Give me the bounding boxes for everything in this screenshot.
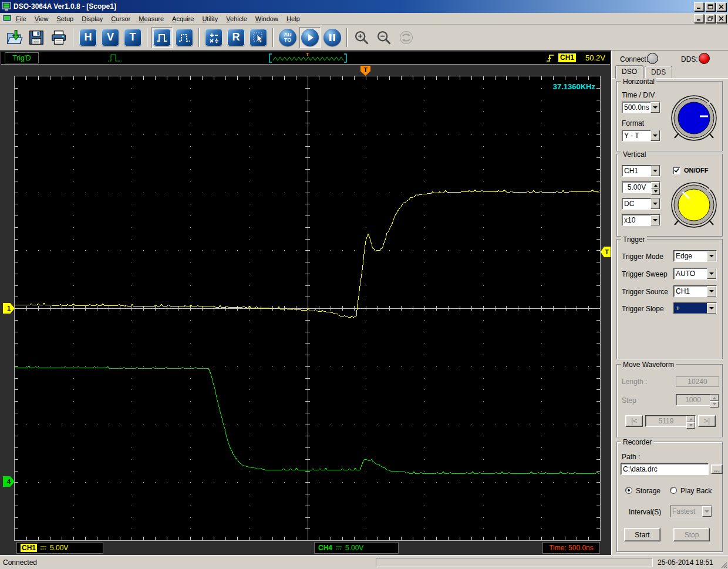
path-input[interactable] bbox=[621, 463, 709, 475]
minimize-button[interactable] bbox=[694, 2, 704, 11]
zoom-out-button[interactable] bbox=[373, 27, 395, 48]
maximize-button[interactable] bbox=[705, 2, 715, 11]
window-title: DSO-3064A Ver1.0.8 - [Scope1] bbox=[14, 2, 693, 11]
menu-cursor[interactable]: Cursor bbox=[107, 14, 134, 23]
menu-help[interactable]: Help bbox=[282, 14, 304, 23]
playback-radio[interactable] bbox=[670, 487, 677, 494]
toolbar-separator bbox=[346, 28, 348, 47]
trigger-level-value: 50.2V bbox=[579, 53, 605, 62]
auto-set-button-icon: AU TO bbox=[279, 29, 296, 46]
menu-file[interactable]: File bbox=[12, 14, 31, 23]
dropdown-arrow-icon[interactable] bbox=[651, 102, 660, 113]
ref-waveform-button[interactable]: R bbox=[225, 27, 247, 48]
playback-label: Play Back bbox=[680, 487, 712, 495]
start-button[interactable]: Start bbox=[624, 528, 660, 541]
transfer-button bbox=[396, 27, 417, 48]
tab-dds[interactable]: DDS bbox=[645, 66, 672, 78]
dropdown-arrow-icon[interactable] bbox=[651, 166, 660, 176]
menu-window[interactable]: Window bbox=[251, 14, 282, 23]
dropdown-arrow-icon[interactable] bbox=[651, 215, 660, 225]
scope-document-icon[interactable] bbox=[2, 14, 12, 23]
length-field: 10240 bbox=[676, 376, 719, 387]
channel-select[interactable]: CH1 bbox=[622, 165, 660, 177]
app-window: { "window": { "title": "DSO-3064A Ver1.0… bbox=[0, 0, 728, 569]
menu-display[interactable]: Display bbox=[77, 14, 107, 23]
pause-button[interactable] bbox=[322, 27, 343, 48]
menu-vehicle[interactable]: Vehicle bbox=[222, 14, 251, 23]
trigger-setup-button-icon: T bbox=[124, 29, 141, 46]
dropdown-arrow-icon[interactable] bbox=[707, 268, 716, 279]
trigger-sweep-select[interactable]: AUTO bbox=[673, 268, 717, 280]
dropdown-arrow-icon[interactable] bbox=[707, 286, 716, 297]
trigger-slope-select[interactable]: + bbox=[673, 302, 717, 314]
acquisition-preview[interactable]: T bbox=[267, 52, 349, 64]
time-div-select[interactable]: 500.0ns bbox=[622, 102, 660, 113]
step-down-icon[interactable] bbox=[651, 188, 660, 195]
browse-button[interactable]: ... bbox=[711, 464, 723, 474]
time-div-knob[interactable] bbox=[669, 92, 719, 145]
coupling-select[interactable]: DC bbox=[622, 198, 660, 210]
dropdown-arrow-icon bbox=[702, 506, 712, 517]
trigger-readout: CH1 50.2V bbox=[546, 52, 605, 64]
trigger-position-marker[interactable]: T bbox=[360, 66, 370, 76]
menu-view[interactable]: View bbox=[31, 14, 53, 23]
dropdown-arrow-icon[interactable] bbox=[651, 198, 660, 209]
channel-onoff-checkbox[interactable] bbox=[673, 167, 680, 174]
pulse-dashed-button[interactable] bbox=[174, 27, 195, 48]
dds-led bbox=[699, 53, 710, 64]
resize-grip[interactable] bbox=[720, 561, 727, 568]
mdi-restore-button[interactable] bbox=[705, 14, 715, 23]
trigger-group: Trigger Trigger Mode Edge Trigger Sweep … bbox=[616, 239, 723, 359]
math-button-icon bbox=[205, 29, 223, 46]
move-waveform-group-title: Move Waveform bbox=[621, 361, 676, 369]
step-up-icon[interactable] bbox=[651, 182, 660, 188]
tab-dso[interactable]: DSO bbox=[615, 65, 643, 79]
menu-measure[interactable]: Measure bbox=[134, 14, 168, 23]
probe-select[interactable]: x10 bbox=[622, 214, 660, 226]
storage-radio[interactable] bbox=[625, 487, 632, 494]
zoom-in-button[interactable] bbox=[351, 27, 372, 48]
scope-display-area: Trig'D T CH1 50.2V 37.1360KHz 1 bbox=[0, 50, 611, 555]
ch1-zero-marker[interactable]: 1 bbox=[3, 303, 15, 314]
horizontal-setup-button[interactable]: H bbox=[77, 27, 99, 48]
run-button[interactable] bbox=[299, 27, 321, 48]
cursor-button[interactable] bbox=[248, 27, 269, 48]
trigger-mode-select[interactable]: Edge bbox=[673, 250, 717, 262]
step-down-icon bbox=[710, 401, 719, 408]
mdi-minimize-button[interactable] bbox=[694, 14, 704, 23]
auto-set-button[interactable]: AU TO bbox=[277, 27, 298, 48]
trigger-setup-button[interactable]: T bbox=[122, 27, 143, 48]
save-button[interactable] bbox=[26, 27, 47, 48]
ch4-zero-marker[interactable]: 4 bbox=[3, 476, 15, 487]
menu-setup[interactable]: Setup bbox=[52, 14, 77, 23]
format-select[interactable]: Y - T bbox=[622, 130, 660, 142]
trigger-level-marker[interactable]: T bbox=[601, 247, 611, 257]
move-first-button: |< bbox=[625, 415, 643, 427]
open-button[interactable] bbox=[4, 27, 25, 48]
dropdown-arrow-icon[interactable] bbox=[707, 251, 716, 261]
volts-div-knob[interactable] bbox=[669, 179, 719, 232]
pulse-button-icon bbox=[153, 29, 171, 46]
ch1-scale: 5.00V bbox=[50, 544, 68, 552]
print-button[interactable] bbox=[48, 27, 69, 48]
menu-utility[interactable]: Utility bbox=[198, 14, 222, 23]
trigger-slope-label: Trigger Slope bbox=[622, 305, 664, 313]
math-button[interactable] bbox=[203, 27, 224, 48]
vertical-setup-button[interactable]: V bbox=[100, 27, 121, 48]
dropdown-arrow-icon[interactable] bbox=[651, 130, 660, 141]
menu-acquire[interactable]: Acquire bbox=[168, 14, 198, 23]
length-label: Length : bbox=[622, 378, 647, 386]
open-button-icon bbox=[5, 29, 23, 46]
mdi-close-button[interactable] bbox=[716, 14, 726, 23]
menu-items: FileViewSetupDisplayCursorMeasureAcquire… bbox=[12, 14, 693, 23]
volts-div-stepper[interactable]: 5.00V bbox=[622, 181, 660, 193]
pulse-button[interactable] bbox=[151, 27, 173, 48]
ch1-label: CH1 bbox=[21, 544, 37, 552]
recorder-group-title: Recorder bbox=[621, 438, 653, 446]
connection-status-text: Connected bbox=[3, 558, 37, 567]
close-button[interactable] bbox=[716, 2, 726, 11]
svg-text:T: T bbox=[306, 52, 309, 57]
print-button-icon bbox=[50, 29, 68, 46]
trigger-source-select[interactable]: CH1 bbox=[673, 285, 717, 297]
dropdown-arrow-icon[interactable] bbox=[707, 303, 716, 314]
